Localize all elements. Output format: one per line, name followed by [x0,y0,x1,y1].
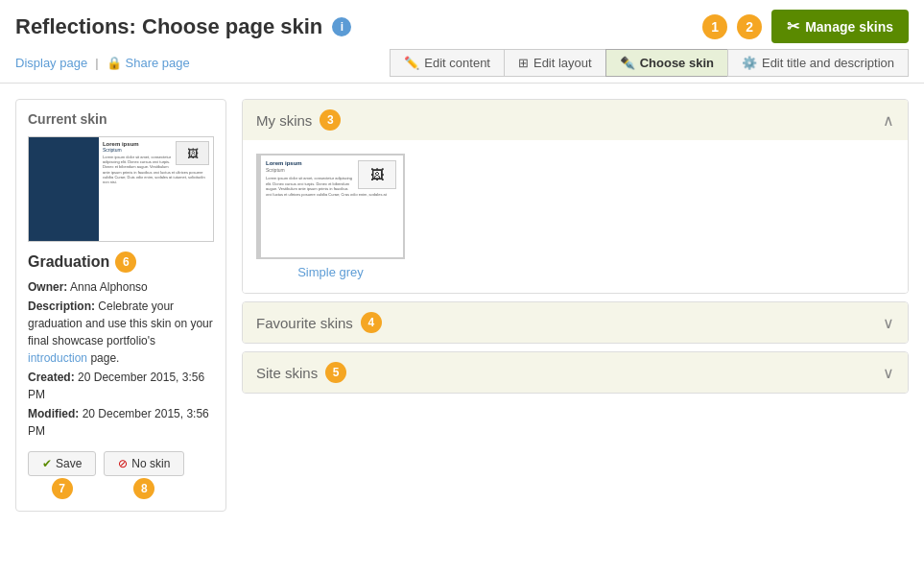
favourite-skins-title: Favourite skins 4 [256,312,382,333]
gear-icon: ⚙️ [742,56,757,70]
page-title: Reflections: Choose page skin [15,14,322,39]
my-skins-body: Lorem ipsum Scriptum Lorem ipsum dolor s… [243,140,908,293]
right-panel: My skins 3 ∧ Lorem ipsum [242,99,909,512]
skin-icon: ✒️ [620,56,635,70]
my-skins-section: My skins 3 ∧ Lorem ipsum [242,99,909,294]
skin-card-simple-grey[interactable]: Lorem ipsum Scriptum Lorem ipsum dolor s… [256,154,405,279]
header-right: 1 2 ✂ Manage skins [702,10,909,43]
badge-2: 2 [737,14,762,39]
save-button[interactable]: ✔ Save [28,451,96,476]
tab-edit-content[interactable]: ✏️ Edit content [390,49,504,77]
pencil-icon: ✏️ [404,56,419,70]
nav-tabs: ✏️ Edit content ⊞ Edit layout ✒️ Choose … [390,49,909,77]
simple-grey-name: Simple grey [297,265,364,279]
chevron-down-icon: ∨ [883,314,894,332]
sg-image-placeholder [358,160,396,189]
skin-sidebar-blue [29,137,99,241]
current-skin-title: Current skin [28,111,214,127]
page-header: Reflections: Choose page skin i 1 2 ✂ Ma… [0,0,924,43]
badge-6: 6 [115,252,136,273]
skin-owner: Owner: Anna Alphonso [28,278,214,296]
display-page-link[interactable]: Display page [15,56,87,70]
description-link[interactable]: introduction [28,351,87,365]
skin-name: Graduation 6 [28,252,214,273]
tab-edit-layout[interactable]: ⊞ Edit layout [504,49,605,77]
check-icon: ✔ [42,457,52,470]
cancel-icon: ⊘ [118,457,128,470]
favourite-skins-section: Favourite skins 4 ∨ [242,301,909,344]
nav-separator: | [95,56,98,70]
chevron-up-icon: ∧ [883,111,894,130]
nav-bar: Display page | 🔒 Share page ✏️ Edit cont… [0,43,924,84]
my-skins-title: My skins 3 [256,109,341,131]
badge-7: 7 [52,478,73,499]
skin-created: Created: 20 December 2015, 3:56 PM [28,369,214,403]
simple-grey-preview: Lorem ipsum Scriptum Lorem ipsum dolor s… [256,154,405,259]
badge-1: 1 [702,14,727,39]
my-skins-header[interactable]: My skins 3 ∧ [243,100,908,140]
no-skin-button[interactable]: ⊘ No skin [104,451,184,476]
chevron-down-icon-2: ∨ [883,364,894,382]
main-content: Current skin Lorem ipsum Scriptum Lorem … [0,84,924,527]
skin-content-area: Lorem ipsum Scriptum Lorem ipsum dolor s… [99,137,213,241]
info-icon[interactable]: i [332,17,351,36]
badge-4: 4 [361,312,382,333]
skins-grid: Lorem ipsum Scriptum Lorem ipsum dolor s… [256,154,894,279]
scissors-icon: ✂ [787,17,799,36]
header-left: Reflections: Choose page skin i [15,14,351,39]
favourite-skins-header[interactable]: Favourite skins 4 ∨ [243,302,908,343]
tab-edit-title[interactable]: ⚙️ Edit title and description [727,49,909,77]
site-skins-title: Site skins 5 [256,362,346,383]
site-skins-section: Site skins 5 ∨ [242,351,909,394]
manage-skins-button[interactable]: ✂ Manage skins [771,10,909,43]
share-page-link[interactable]: 🔒 Share page [107,56,190,70]
site-skins-header[interactable]: Site skins 5 ∨ [243,352,908,393]
layout-icon: ⊞ [518,56,529,70]
left-panel: Current skin Lorem ipsum Scriptum Lorem … [15,99,226,512]
skin-image-placeholder [176,141,209,165]
tab-choose-skin[interactable]: ✒️ Choose skin [605,49,727,77]
lock-icon: 🔒 [107,56,122,70]
badge-8: 8 [133,478,154,499]
badge-5: 5 [325,362,346,383]
badge-3: 3 [320,109,341,131]
skin-description: Description: Celebrate your graduation a… [28,298,214,367]
skin-preview-thumbnail: Lorem ipsum Scriptum Lorem ipsum dolor s… [28,136,214,242]
skin-modified: Modified: 20 December 2015, 3:56 PM [28,405,214,440]
panel-actions: ✔ Save 7 ⊘ No skin 8 [28,451,214,499]
